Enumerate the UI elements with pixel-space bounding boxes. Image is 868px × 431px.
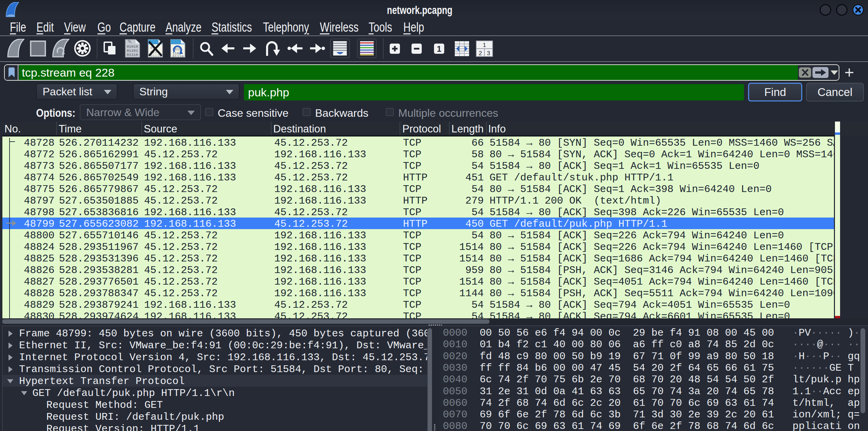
svg-text:01010: 01010: [127, 45, 138, 49]
svg-text:2: 2: [479, 50, 482, 57]
svg-text:01110: 01110: [127, 53, 138, 57]
svg-text:01110: 01110: [172, 54, 184, 58]
svg-text:3: 3: [487, 50, 490, 57]
svg-text:01101: 01101: [127, 49, 138, 53]
svg-text:1: 1: [483, 42, 486, 48]
svg-text:1: 1: [437, 44, 441, 53]
